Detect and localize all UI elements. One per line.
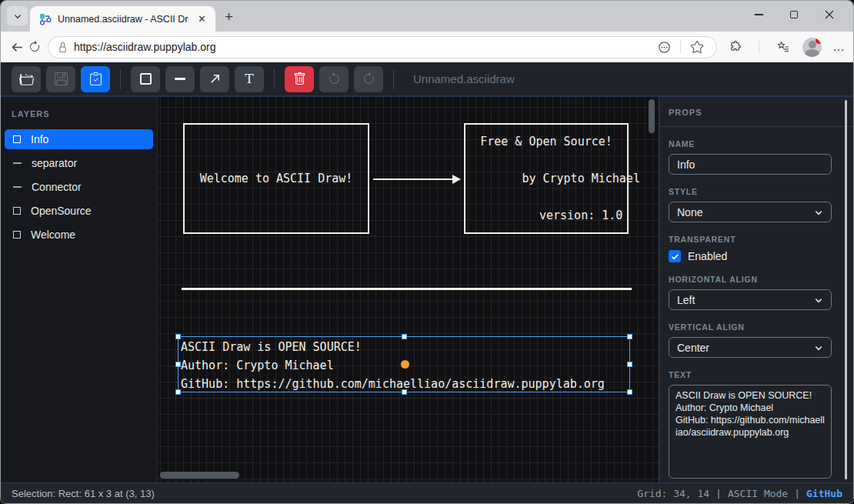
opensource-line: Free & Open Source! — [480, 135, 612, 149]
minimize-icon — [755, 14, 763, 15]
vertical-align-select[interactable]: Center — [669, 337, 832, 358]
delete-button[interactable] — [285, 66, 314, 92]
refresh-button[interactable] — [26, 35, 44, 58]
settings-menu-button[interactable]: … — [832, 40, 846, 54]
layer-label: Welcome — [31, 229, 75, 241]
layer-item-info[interactable]: Info — [5, 129, 153, 149]
style-select[interactable]: None — [669, 202, 832, 222]
resize-handle-e[interactable] — [627, 362, 632, 367]
back-arrow-icon — [11, 41, 24, 54]
welcome-box[interactable]: Welcome to ASCII Draw! — [183, 123, 369, 234]
info-text-line: ASCII Draw is OPEN SOURCE! — [181, 340, 362, 354]
line-tool-button[interactable] — [165, 66, 195, 92]
avatar-body — [805, 49, 819, 57]
resize-handle-w[interactable] — [175, 362, 181, 367]
github-link[interactable]: GitHub — [806, 488, 842, 499]
layer-item-connector[interactable]: Connector — [5, 177, 153, 197]
tab-search-button[interactable] — [7, 6, 28, 25]
resize-handle-nw[interactable] — [175, 334, 181, 339]
select-tool-button[interactable] — [81, 66, 110, 92]
redo-icon — [362, 72, 375, 85]
separator-line[interactable] — [182, 288, 632, 290]
save-button[interactable] — [46, 66, 75, 92]
refresh-icon — [28, 41, 41, 53]
resize-handle-s[interactable] — [402, 389, 407, 395]
layer-item-welcome[interactable]: Welcome — [5, 225, 153, 245]
toolbar-divider — [759, 41, 759, 53]
vertical-align-label: VERTICAL ALIGN — [669, 322, 844, 332]
close-button[interactable] — [812, 2, 847, 28]
transparent-checkbox[interactable] — [669, 250, 681, 262]
new-tab-button[interactable]: + — [225, 9, 233, 24]
vertical-align-value: Center — [677, 342, 709, 354]
drawing-canvas[interactable]: Welcome to ASCII Draw! Free & Open Sourc… — [158, 97, 659, 482]
resize-handle-ne[interactable] — [627, 334, 632, 339]
rect-layer-icon — [13, 231, 21, 239]
layers-panel: LAYERS Info separator Connector OpenSour… — [1, 97, 158, 482]
app-favicon-icon — [39, 13, 52, 25]
name-input[interactable] — [669, 154, 832, 175]
status-bar: Selection: Rect: 61 x 3 at (3, 13) Grid:… — [1, 482, 853, 503]
star-lines-icon — [776, 40, 790, 54]
text-textarea[interactable]: ASCII Draw is OPEN SOURCE! Author: Crypt… — [669, 385, 832, 479]
undo-icon — [328, 72, 341, 85]
rect-tool-button[interactable] — [131, 66, 160, 92]
rect-layer-icon — [13, 135, 21, 143]
toolbar-divider — [274, 69, 275, 89]
window-controls — [741, 1, 847, 28]
notification-dot — [816, 38, 822, 44]
line-layer-icon — [13, 162, 22, 164]
save-floppy-icon — [55, 72, 68, 85]
text-tool-button[interactable]: T — [235, 66, 264, 92]
toolbar-divider — [393, 69, 394, 89]
rect-tool-icon — [140, 73, 152, 85]
connector-arrow[interactable] — [373, 179, 453, 180]
style-label: STYLE — [669, 187, 844, 196]
canvas-vertical-scrollbar[interactable] — [649, 99, 655, 133]
close-icon — [825, 10, 834, 19]
document-title: Unnamed.asciidraw — [413, 72, 515, 85]
profile-avatar[interactable] — [802, 38, 822, 57]
address-bar[interactable]: https://asciidraw.puppylab.org — [48, 36, 717, 58]
puzzle-icon — [729, 41, 742, 54]
layer-label: Info — [31, 133, 48, 145]
line-layer-icon — [13, 186, 22, 188]
undo-button[interactable] — [319, 66, 349, 92]
minimize-button[interactable] — [741, 2, 776, 28]
ellipsis-circle-icon — [658, 41, 671, 54]
resize-handle-sw[interactable] — [175, 389, 181, 395]
layer-item-separator[interactable]: separator — [5, 153, 153, 173]
favorite-button[interactable] — [686, 35, 709, 58]
props-scrollbar[interactable] — [845, 100, 847, 479]
star-icon — [691, 41, 703, 53]
open-file-button[interactable] — [12, 66, 41, 92]
site-permissions-button[interactable] — [652, 35, 676, 58]
selection-box[interactable]: ASCII Draw is OPEN SOURCE!Author: Crypto… — [178, 336, 630, 392]
horizontal-align-select[interactable]: Left — [669, 289, 832, 310]
browser-actions: … — [723, 35, 846, 58]
arrow-tool-button[interactable] — [200, 66, 229, 92]
browser-tab[interactable]: Unnamed.asciidraw - ASCII Draw ✕ — [30, 6, 215, 32]
check-icon — [671, 252, 679, 261]
url-text[interactable]: https://asciidraw.puppylab.org — [74, 41, 652, 53]
back-button[interactable] — [8, 35, 26, 58]
extensions-button[interactable] — [723, 35, 746, 58]
favorites-hub-button[interactable] — [772, 35, 795, 58]
maximize-button[interactable] — [776, 2, 812, 28]
resize-handle-n[interactable] — [402, 334, 407, 339]
app-toolbar: T Unnamed.asciidraw — [1, 62, 853, 97]
opensource-line: by Crypto Michael — [522, 172, 640, 185]
canvas-horizontal-scrollbar[interactable] — [160, 472, 239, 479]
resize-handle-se[interactable] — [627, 389, 632, 395]
opensource-box[interactable]: Free & Open Source! by Crypto Michael ve… — [464, 123, 629, 234]
transparent-checkbox-label[interactable]: Enabled — [688, 250, 727, 262]
props-panel: PROPS NAME STYLE None TRANSPARENT — [659, 97, 853, 482]
chevron-down-icon — [814, 295, 823, 305]
redo-button[interactable] — [354, 66, 383, 92]
move-anchor-dot[interactable] — [401, 360, 409, 369]
welcome-box-text: Welcome to ASCII Draw! — [200, 169, 353, 188]
text-tool-icon: T — [245, 72, 253, 85]
tab-close-icon[interactable]: ✕ — [195, 13, 209, 25]
layer-item-opensource[interactable]: OpenSource — [5, 201, 153, 221]
layer-label: OpenSource — [31, 205, 92, 217]
